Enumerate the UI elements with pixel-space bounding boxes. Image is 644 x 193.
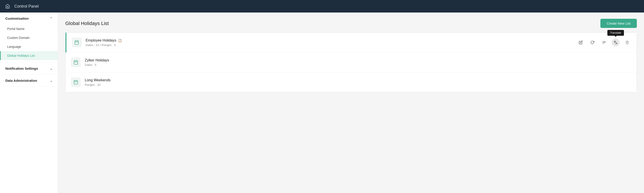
translate-btn-wrapper: Translate	[612, 38, 620, 46]
svg-line-8	[605, 42, 605, 43]
sidebar-item-global-holidays-list[interactable]: Global Holidays List	[0, 51, 58, 60]
sidebar-item-language[interactable]: Language	[0, 42, 58, 51]
layout: Customisation ⌃ Portal Name Custom Domai…	[0, 12, 644, 193]
card-name-employee-holidays: Employee Holidays 📋	[86, 38, 577, 42]
chevron-down-icon-data-admin: ⌄	[50, 79, 52, 82]
chevron-down-icon-notification: ⌄	[50, 67, 52, 70]
sidebar: Customisation ⌃ Portal Name Custom Domai…	[0, 12, 58, 193]
calendar-icon-zylker	[71, 57, 81, 67]
svg-rect-0	[75, 41, 79, 45]
translate-button-employee[interactable]	[612, 38, 620, 46]
sidebar-item-portal-name[interactable]: Portal Name	[0, 24, 58, 33]
sidebar-section-notification-settings: Notification Settings ⌄	[0, 63, 58, 75]
holiday-list: Employee Holidays 📋 Dates : 10 • Ranges …	[65, 32, 637, 92]
home-icon[interactable]	[4, 3, 11, 9]
page-header: Global Holidays List Create New List	[65, 19, 637, 28]
sidebar-section-customisation-label: Customisation	[5, 16, 28, 20]
sidebar-section-data-administration: Data Administration ⌄	[0, 75, 58, 87]
card-info-employee-holidays: Employee Holidays 📋 Dates : 10 • Ranges …	[86, 38, 577, 47]
nav-title: Control Panel	[14, 4, 39, 9]
sidebar-section-customisation: Customisation ⌃ Portal Name Custom Domai…	[0, 12, 58, 63]
card-meta-employee-holidays: Dates : 10 • Ranges : 3	[86, 43, 577, 47]
sidebar-section-notification-label: Notification Settings	[5, 67, 38, 70]
create-new-list-button[interactable]: Create New List	[600, 19, 637, 28]
settings-button-employee[interactable]	[600, 38, 608, 46]
svg-rect-9	[74, 61, 78, 65]
sidebar-section-customisation-header[interactable]: Customisation ⌃	[0, 12, 58, 24]
card-name-zylker-holidays: Zylker Holidays	[85, 58, 631, 62]
holiday-card-long-weekends: Long Weekends Ranges : 10	[66, 72, 636, 92]
holiday-card-employee-holidays: Employee Holidays 📋 Dates : 10 • Ranges …	[66, 33, 636, 52]
holiday-card-zylker-holidays: Zylker Holidays Dates : 5	[66, 52, 636, 72]
copy-icon-employee[interactable]: 📋	[118, 39, 122, 42]
sidebar-section-data-administration-header[interactable]: Data Administration ⌄	[0, 75, 58, 86]
calendar-icon-employee	[72, 37, 82, 47]
page-title: Global Holidays List	[65, 20, 109, 26]
card-info-long-weekends: Long Weekends Ranges : 10	[85, 78, 631, 86]
card-name-long-weekends: Long Weekends	[85, 78, 631, 82]
sidebar-section-data-admin-label: Data Administration	[5, 79, 37, 82]
card-info-zylker-holidays: Zylker Holidays Dates : 5	[85, 58, 631, 67]
card-meta-long-weekends: Ranges : 10	[85, 83, 631, 86]
sidebar-items-customisation: Portal Name Custom Domain Language Globa…	[0, 24, 58, 62]
main-content: Global Holidays List Create New List Emp…	[58, 12, 644, 193]
edit-button-employee[interactable]	[577, 38, 585, 46]
top-nav: Control Panel	[0, 0, 644, 12]
delete-button-employee[interactable]	[623, 38, 631, 46]
translate-tooltip: Translate	[607, 30, 624, 36]
chevron-up-icon: ⌃	[50, 17, 52, 20]
calendar-icon-long-weekends	[71, 77, 81, 87]
card-meta-zylker-holidays: Dates : 5	[85, 63, 631, 67]
sidebar-item-custom-domain[interactable]: Custom Domain	[0, 33, 58, 42]
card-actions-employee-holidays: Translate	[577, 38, 631, 46]
sidebar-section-notification-settings-header[interactable]: Notification Settings ⌄	[0, 63, 58, 74]
svg-rect-13	[74, 81, 78, 84]
refresh-button-employee[interactable]	[588, 38, 596, 46]
